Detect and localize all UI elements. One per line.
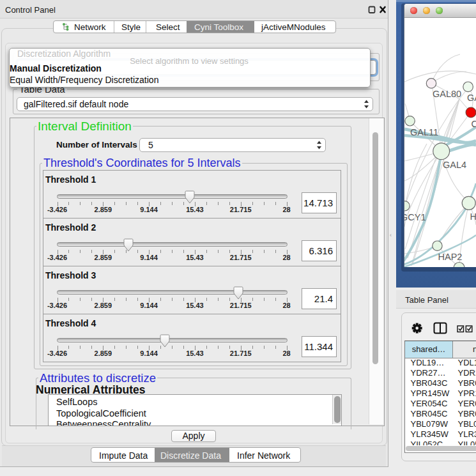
svg-text:GAL11: GAL11: [410, 127, 438, 137]
svg-text:GAL80: GAL80: [433, 89, 461, 99]
svg-text:GAL4: GAL4: [443, 160, 466, 170]
svg-text:H: H: [470, 211, 476, 222]
svg-text:GA: GA: [467, 93, 476, 103]
svg-text:HAP2: HAP2: [438, 252, 463, 262]
svg-text:C: C: [472, 119, 476, 129]
svg-text:GCY1: GCY1: [404, 212, 426, 222]
